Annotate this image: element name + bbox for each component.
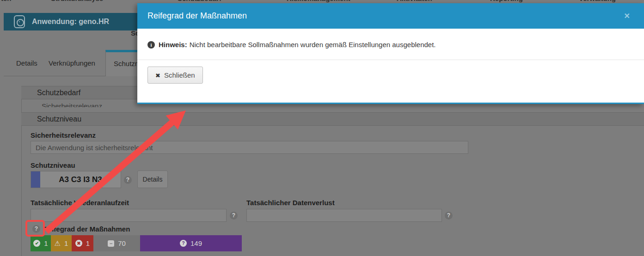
card-left-border — [21, 86, 22, 256]
segment-count: 1 — [64, 239, 68, 247]
reifegrad-segment-bar: ✔ 1 ⚠ 1 ✖ 1 − 70 ? 149 — [31, 235, 242, 251]
nav-item-reporting[interactable]: Reporting — [490, 0, 527, 2]
modal-body: i Hinweis: Nicht bearbeitbare Sollmaßnah… — [137, 29, 644, 49]
wiederanlaufzeit-field[interactable] — [31, 209, 227, 222]
modal-title: Reifegrad der Maßnahmen — [147, 11, 624, 21]
close-icon[interactable]: ✕ — [624, 12, 630, 20]
segment-error[interactable]: ✖ 1 — [72, 235, 93, 251]
modal-footer: ✖Schließen — [137, 60, 644, 90]
details-button[interactable]: Details — [137, 171, 168, 188]
badge-value: A3 C3 I3 N3 — [40, 171, 121, 188]
reifegrad-label: Reifegrad der Maßnahmen — [43, 225, 130, 233]
help-icon[interactable]: ? — [230, 212, 238, 219]
segment-count: 149 — [190, 239, 202, 247]
sicherheitsrelevanz-label: Sicherheitsrelevanz — [31, 131, 96, 139]
modal-header: Reifegrad der Maßnahmen ✕ — [137, 3, 644, 29]
warning-triangle-icon: ⚠ — [55, 240, 61, 247]
segment-count: 1 — [86, 239, 90, 247]
tab-verknuepfungen[interactable]: Verknüpfungen — [49, 59, 95, 67]
nav-item-aktivitaeten[interactable]: Aktivitäten — [397, 0, 436, 2]
schliessen-button[interactable]: ✖Schließen — [147, 67, 203, 84]
minus-square-icon: − — [108, 240, 114, 247]
sicherheitsrelevanz-field[interactable] — [31, 141, 468, 154]
help-icon[interactable]: ? — [445, 212, 453, 219]
hint-text: Nicht bearbeitbare Sollmaßnahmen wurden … — [190, 41, 436, 49]
clipped-label: Sicherheitsrelevanz — [42, 102, 120, 107]
segment-warning[interactable]: ⚠ 1 — [51, 235, 72, 251]
nav-item-verwaltung[interactable]: Verwaltung — [579, 0, 620, 2]
tab-details[interactable]: Details — [16, 59, 37, 67]
x-circle-icon: ✖ — [75, 240, 82, 247]
datenverlust-label: Tatsächlicher Datenverlust — [246, 199, 335, 207]
segment-count: 1 — [44, 239, 48, 247]
nav-item-schutzbedarf[interactable]: Schutzbedarf — [178, 0, 226, 2]
application-icon — [14, 15, 25, 28]
badge-color-strip — [31, 171, 40, 188]
chevron-down-icon — [14, 0, 16, 1]
page-title: Anwendung: geno.HR — [32, 18, 109, 26]
check-circle-icon: ✔ — [33, 240, 40, 247]
chevron-down-icon — [353, 0, 355, 1]
hint-label: Hinweis: — [159, 41, 187, 49]
chevron-down-icon — [224, 0, 226, 1]
info-icon: i — [147, 41, 155, 49]
segment-open[interactable]: ? 149 — [140, 235, 242, 251]
question-circle-icon: ? — [180, 240, 187, 247]
chevron-down-icon — [618, 0, 620, 1]
tab-divider — [4, 76, 105, 76]
nav-item-strukturanalyse[interactable]: Strukturanalyse — [51, 0, 108, 2]
chevron-down-icon — [105, 0, 108, 1]
nav-item-risikomanagement[interactable]: Risikomanagement — [287, 0, 355, 2]
segment-success[interactable]: ✔ 1 — [31, 235, 51, 251]
nav-item-ten[interactable]: ten — [1, 0, 16, 2]
schutzniveau-badge: A3 C3 I3 N3 — [31, 171, 121, 188]
help-icon[interactable]: ? — [124, 176, 132, 184]
schutzniveau-label: Schutzniveau — [31, 161, 75, 169]
datenverlust-field[interactable] — [246, 209, 442, 222]
segment-count: 70 — [118, 239, 126, 247]
chevron-down-icon — [435, 0, 437, 1]
segment-neutral[interactable]: − 70 — [93, 235, 140, 251]
x-icon: ✖ — [155, 72, 160, 79]
annotation-highlight-box — [25, 220, 45, 237]
reifegrad-modal: Reifegrad der Maßnahmen ✕ i Hinweis: Nic… — [137, 3, 644, 104]
wiederanlaufzeit-label: Tatsächliche Wiederanlaufzeit — [31, 199, 129, 207]
section-schutzniveau[interactable]: Schutzniveau — [21, 112, 644, 126]
chevron-down-icon — [525, 0, 527, 1]
